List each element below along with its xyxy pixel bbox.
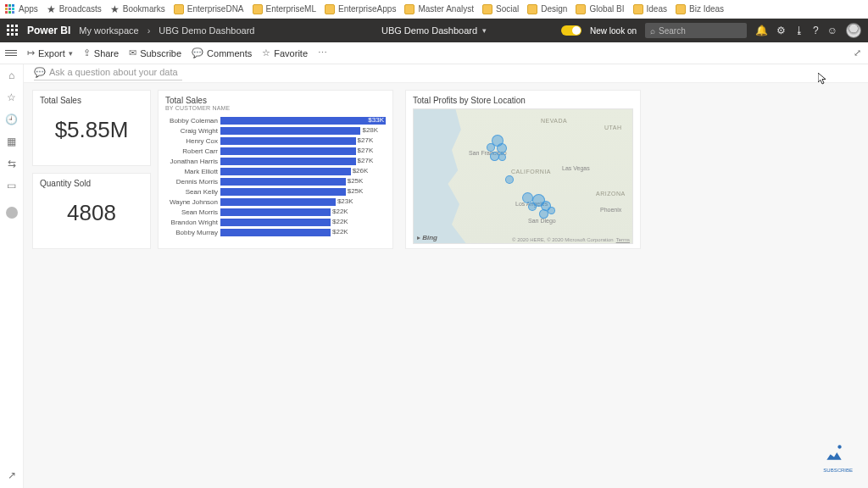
bar-row: Jonathan Harris$27K <box>165 157 386 166</box>
bar-row: Dennis Morris$25K <box>165 177 386 186</box>
qna-input[interactable]: 💬 Ask a question about your data <box>34 67 182 80</box>
comments-button[interactable]: 💬Comments <box>192 47 252 58</box>
bar-fill <box>220 208 331 216</box>
breadcrumb-dashboard[interactable]: UBG Demo Dashboard <box>159 25 254 36</box>
dashboard-canvas: Total Sales $5.85M Quantity Sold 4808 To… <box>24 83 868 488</box>
apps-label: Apps <box>19 4 38 14</box>
shared-icon[interactable]: ⇆ <box>8 158 16 169</box>
get-data-icon[interactable]: ↗ <box>8 469 16 481</box>
apps-icon[interactable]: ▦ <box>7 136 16 147</box>
map-state-label: CALIFORNIA <box>511 169 551 175</box>
bar-value-label: $27K <box>358 136 374 144</box>
dashboard-title-dropdown[interactable]: UBG Demo Dashboard ▾ <box>381 25 487 36</box>
tile-title: Quantity Sold <box>40 179 143 188</box>
bookmark-global-bi[interactable]: Global BI <box>576 4 624 14</box>
bar-fill <box>220 188 346 196</box>
workspace-avatar-icon[interactable] <box>6 207 18 219</box>
search-box[interactable]: ⌕ <box>645 23 747 38</box>
new-look-toggle[interactable] <box>561 25 581 36</box>
recent-icon[interactable]: 🕘 <box>5 114 18 125</box>
folder-icon <box>482 4 492 14</box>
browser-bookmarks-bar: Apps ★Broadcasts ★Bookmarks EnterpriseDN… <box>0 0 868 19</box>
fullscreen-icon[interactable]: ⤢ <box>854 47 861 58</box>
bookmark-enterprisedna[interactable]: EnterpriseDNA <box>174 4 244 14</box>
nav-toggle-icon[interactable] <box>5 50 17 56</box>
workspaces-icon[interactable]: ▭ <box>7 180 16 191</box>
app-launcher-icon[interactable] <box>7 25 19 36</box>
bar-value-label: $25K <box>348 187 364 195</box>
folder-icon <box>174 4 184 14</box>
help-bot-icon[interactable]: SUBSCRIBE <box>823 441 853 473</box>
tile-quantity-sold-kpi[interactable]: Quantity Sold 4808 <box>32 173 151 249</box>
brand-label[interactable]: Power BI <box>27 25 70 36</box>
bookmark-broadcasts[interactable]: ★Broadcasts <box>47 3 102 15</box>
tile-total-sales-by-customer[interactable]: Total Sales BY CUSTOMER NAME Bobby Colem… <box>158 90 393 249</box>
bar-track: $23K <box>220 198 386 206</box>
bookmark-enterpriseml[interactable]: EnterpriseML <box>253 4 316 14</box>
kpi-value: $5.85M <box>40 117 143 143</box>
bar-fill <box>220 229 331 236</box>
map-bubble <box>528 202 537 211</box>
feedback-icon[interactable]: ☺ <box>827 25 837 36</box>
bar-fill <box>220 219 331 226</box>
favorites-icon[interactable]: ☆ <box>7 92 16 103</box>
map-visual[interactable]: NEVADA UTAH CALIFORNIA ARIZONA San Franc… <box>413 108 633 244</box>
bar-value-label: $26K <box>353 167 369 175</box>
bar-track: $33K <box>220 117 386 125</box>
qna-placeholder: Ask a question about your data <box>49 67 178 77</box>
notifications-icon[interactable]: 🔔 <box>755 25 768 36</box>
map-city-label: Las Vegas <box>562 165 590 171</box>
download-icon[interactable]: ⭳ <box>794 25 804 36</box>
map-bubble <box>548 207 555 214</box>
more-button[interactable]: ⋯ <box>318 47 327 58</box>
bar-fill <box>220 178 346 186</box>
bar-track: $27K <box>220 147 386 155</box>
bar-value-label: $28K <box>362 126 378 134</box>
breadcrumb-workspace[interactable]: My workspace <box>79 25 138 36</box>
bookmark-master-analyst[interactable]: Master Analyst <box>404 4 474 14</box>
favorite-button[interactable]: ☆Favorite <box>262 47 308 58</box>
bookmark-social[interactable]: Social <box>482 4 519 14</box>
comment-icon: 💬 <box>192 47 203 58</box>
chevron-down-icon: ▾ <box>69 49 73 58</box>
tile-profits-by-location-map[interactable]: Total Profits by Store Location NEVADA U… <box>405 90 641 249</box>
bookmark-biz-ideas[interactable]: Biz Ideas <box>676 4 724 14</box>
bar-row: Bobby Coleman$33K <box>165 116 386 125</box>
bookmark-design[interactable]: Design <box>527 4 567 14</box>
bar-track: $26K <box>220 168 386 175</box>
bar-track: $22K <box>220 229 386 236</box>
bar-value-label: $22K <box>332 228 348 236</box>
powerbi-top-nav: Power BI My workspace › UBG Demo Dashboa… <box>0 19 868 42</box>
kpi-value: 4808 <box>40 200 143 226</box>
bar-track: $28K <box>220 127 386 135</box>
profile-avatar[interactable] <box>846 23 861 38</box>
bar-fill <box>220 137 356 145</box>
map-state-label: UTAH <box>604 125 622 130</box>
bar-track: $27K <box>220 158 386 165</box>
bar-category-label: Sean Morris <box>165 208 218 216</box>
tile-total-sales-kpi[interactable]: Total Sales $5.85M <box>32 90 151 166</box>
bing-logo: ▸ Bing <box>417 234 437 241</box>
bookmark-enterpriseapps[interactable]: EnterpriseApps <box>325 4 396 14</box>
apps-shortcut[interactable]: Apps <box>5 4 38 14</box>
bar-value-label: $22K <box>332 218 348 225</box>
subscribe-button[interactable]: ✉Subscribe <box>129 47 181 58</box>
bar-row: Craig Wright$28K <box>165 126 386 136</box>
folder-icon <box>633 4 643 14</box>
bar-category-label: Brandon Wright <box>165 219 218 226</box>
bookmark-ideas[interactable]: Ideas <box>633 4 667 14</box>
bar-row: Bobby Murray$22K <box>165 228 386 237</box>
export-button[interactable]: ↦Export▾ <box>27 47 73 58</box>
bar-value-label: $27K <box>358 147 374 154</box>
folder-icon <box>676 4 686 14</box>
help-icon[interactable]: ? <box>813 25 819 36</box>
map-terms-link[interactable]: Terms <box>616 237 630 242</box>
bookmark-bookmarks[interactable]: ★Bookmarks <box>110 3 165 15</box>
map-bubble <box>497 143 507 153</box>
share-icon: ⇪ <box>83 47 91 58</box>
search-input[interactable] <box>659 26 735 36</box>
share-button[interactable]: ⇪Share <box>83 47 119 58</box>
settings-icon[interactable]: ⚙ <box>776 25 786 36</box>
bar-category-label: Jonathan Harris <box>165 158 218 165</box>
home-icon[interactable]: ⌂ <box>8 69 14 81</box>
